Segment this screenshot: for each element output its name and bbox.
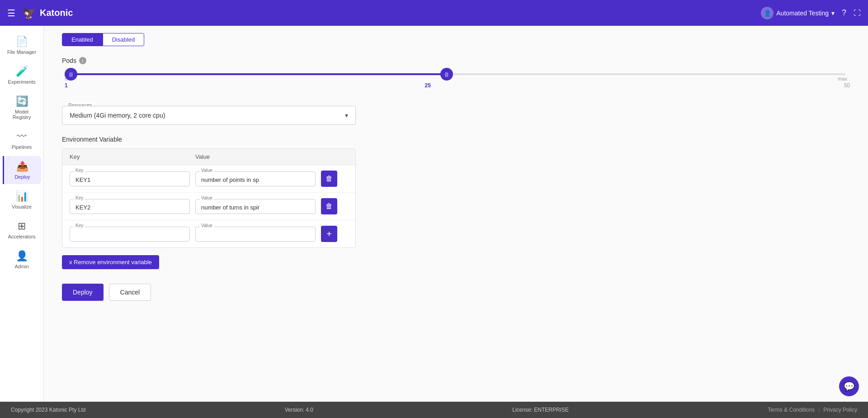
- action-buttons: Deploy Cancel: [62, 284, 850, 301]
- env-row-3-key-label: Key: [74, 223, 85, 228]
- slider-max-value: 25: [425, 82, 431, 89]
- sidebar-label-experiments: Experiments: [8, 79, 35, 85]
- slider-max-thumb-icon: |||: [445, 72, 448, 77]
- delete-icon-2: 🗑: [326, 202, 333, 210]
- slider-max-thumb[interactable]: |||: [440, 68, 453, 81]
- logo-text: Katonic: [40, 8, 73, 18]
- env-row-2-delete-button[interactable]: 🗑: [321, 198, 337, 214]
- terms-link[interactable]: Terms & Conditions: [768, 407, 815, 413]
- env-row-2-value-field: Value: [195, 199, 316, 214]
- disabled-button[interactable]: Disabled: [103, 33, 145, 46]
- env-row-1-key-input[interactable]: [70, 171, 190, 186]
- slider-minmax: min max: [62, 76, 850, 81]
- visualize-icon: 📊: [16, 190, 28, 202]
- user-name: Automated Testing: [776, 10, 829, 17]
- footer: Copyright 2023 Katonic Pty Ltd Version: …: [0, 402, 868, 418]
- sidebar-label-admin: Admin: [14, 264, 28, 269]
- deploy-icon: 📤: [16, 161, 28, 172]
- slider-min-value: 1: [65, 82, 68, 89]
- slider-max-label: max: [838, 76, 847, 81]
- env-variable-section: Environment Variable Key Value Key Value: [62, 136, 850, 269]
- env-row-3-key-input[interactable]: [70, 227, 190, 242]
- logo: 🦅 Katonic: [23, 7, 73, 19]
- col-key-header: Key: [70, 153, 195, 160]
- file-manager-icon: 📄: [16, 36, 28, 48]
- enabled-button[interactable]: Enabled: [62, 33, 103, 46]
- sidebar-label-file-manager: File Manager: [7, 49, 36, 55]
- resources-value: Medium (4Gi memory, 2 core cpu): [70, 112, 165, 119]
- user-menu[interactable]: 👤 Automated Testing ▾: [761, 7, 835, 19]
- experiments-icon: 🧪: [16, 66, 28, 77]
- topnav-left: ☰ 🦅 Katonic: [7, 7, 73, 19]
- sidebar-label-deploy: Deploy: [14, 174, 30, 180]
- delete-icon-1: 🗑: [326, 175, 333, 183]
- pods-section-label: Pods i: [62, 57, 850, 64]
- privacy-link[interactable]: Privacy Policy: [823, 407, 857, 413]
- sidebar-item-model-registry[interactable]: 🔄 Model Registry: [3, 91, 41, 124]
- hamburger-icon[interactable]: ☰: [7, 8, 15, 19]
- env-row-2-key-field: Key: [70, 199, 190, 214]
- sidebar-item-experiments[interactable]: 🧪 Experiments: [3, 61, 41, 89]
- col-value-header: Value: [195, 153, 321, 160]
- env-row-2-value-input[interactable]: [195, 199, 316, 214]
- env-variable-table: Key Value Key Value 🗑: [62, 148, 356, 248]
- resources-chevron-icon: ▾: [345, 112, 348, 119]
- resources-dropdown[interactable]: Medium (4Gi memory, 2 core cpu) ▾: [62, 106, 356, 125]
- resources-section: Resources Medium (4Gi memory, 2 core cpu…: [62, 106, 850, 125]
- enabled-disabled-toggle: Enabled Disabled: [62, 33, 850, 46]
- env-row-3: Key Value +: [62, 220, 355, 247]
- env-row-2-value-label: Value: [200, 195, 214, 200]
- env-row-3-value-label: Value: [200, 223, 214, 228]
- sidebar-item-visualize[interactable]: 📊 Visualize: [3, 186, 41, 214]
- pods-slider-container: ||| ||| 1 25 50 min max: [62, 73, 850, 95]
- sidebar-item-deploy[interactable]: 📤 Deploy: [3, 156, 41, 184]
- pipelines-icon: 〰: [17, 131, 27, 142]
- footer-links: Terms & Conditions | Privacy Policy: [768, 407, 857, 413]
- admin-icon: 👤: [16, 250, 28, 262]
- env-row-3-value-field: Value: [195, 227, 316, 242]
- slider-min-thumb[interactable]: |||: [65, 68, 77, 81]
- env-row-2: Key Value 🗑: [62, 193, 355, 220]
- cancel-button[interactable]: Cancel: [109, 284, 151, 301]
- slider-abs-max: 50: [844, 82, 850, 89]
- top-navigation: ☰ 🦅 Katonic 👤 Automated Testing ▾ ? ⛶: [0, 0, 868, 26]
- pods-info-icon[interactable]: i: [79, 57, 86, 64]
- env-row-1: Key Value 🗑: [62, 165, 355, 193]
- env-table-header: Key Value: [62, 149, 355, 165]
- sidebar-item-admin[interactable]: 👤 Admin: [3, 246, 41, 274]
- deploy-button[interactable]: Deploy: [62, 284, 104, 301]
- sidebar-label-accelerators: Accelerators: [8, 234, 35, 239]
- main-content: Enabled Disabled Pods i ||| ||| 1 25: [44, 26, 868, 402]
- slider-fill: [66, 73, 448, 75]
- layout: 📄 File Manager 🧪 Experiments 🔄 Model Reg…: [0, 26, 868, 402]
- resources-select-wrapper: Resources Medium (4Gi memory, 2 core cpu…: [62, 106, 850, 125]
- chat-bubble-button[interactable]: 💬: [839, 376, 859, 396]
- fullscreen-icon[interactable]: ⛶: [854, 9, 861, 17]
- env-row-3-value-input[interactable]: [195, 227, 316, 242]
- topnav-right: 👤 Automated Testing ▾ ? ⛶: [761, 7, 861, 19]
- add-icon: +: [326, 229, 332, 239]
- env-row-1-delete-button[interactable]: 🗑: [321, 171, 337, 187]
- remove-env-button[interactable]: x Remove environment variable: [62, 255, 159, 269]
- env-add-button[interactable]: +: [321, 226, 337, 242]
- sidebar-item-accelerators[interactable]: ⊞ Accelerators: [3, 216, 41, 244]
- sidebar-item-file-manager[interactable]: 📄 File Manager: [3, 31, 41, 59]
- env-row-2-key-input[interactable]: [70, 199, 190, 214]
- model-registry-icon: 🔄: [16, 95, 28, 107]
- user-menu-chevron-icon: ▾: [831, 10, 835, 17]
- env-row-1-key-label: Key: [74, 168, 85, 173]
- help-icon[interactable]: ?: [842, 8, 846, 18]
- env-row-1-value-field: Value: [195, 171, 316, 186]
- footer-license: License: ENTERPRISE: [512, 407, 569, 413]
- chat-icon: 💬: [844, 381, 855, 392]
- env-row-2-key-label: Key: [74, 195, 85, 200]
- env-variable-title: Environment Variable: [62, 136, 850, 143]
- sidebar-label-visualize: Visualize: [12, 204, 32, 209]
- env-row-1-key-field: Key: [70, 171, 190, 186]
- slider-min-thumb-icon: |||: [69, 72, 73, 77]
- env-row-1-value-input[interactable]: [195, 171, 316, 186]
- footer-version: Version: 4.0: [285, 407, 313, 413]
- sidebar-label-model-registry: Model Registry: [6, 109, 38, 120]
- sidebar-item-pipelines[interactable]: 〰 Pipelines: [3, 126, 41, 154]
- sidebar: 📄 File Manager 🧪 Experiments 🔄 Model Reg…: [0, 26, 44, 402]
